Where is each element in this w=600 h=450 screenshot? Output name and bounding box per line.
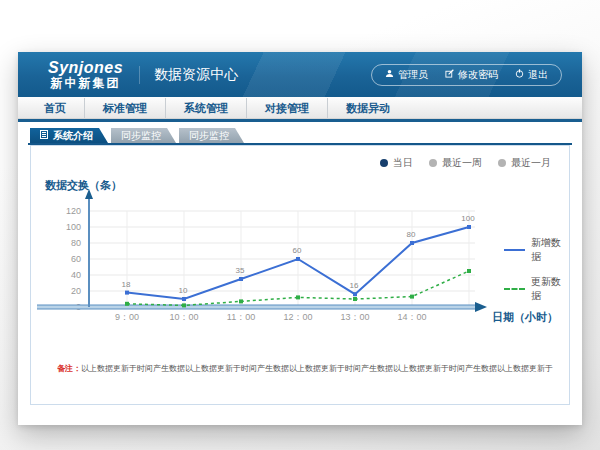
- svg-text:80: 80: [71, 238, 81, 248]
- legend-label: 新增数据: [531, 236, 569, 264]
- tab-sync-monitor-2[interactable]: 同步监控: [179, 128, 244, 143]
- radio-label: 最近一周: [442, 156, 482, 170]
- nav-item-interface-mgmt[interactable]: 对接管理: [247, 98, 328, 118]
- radio-today[interactable]: 当日: [380, 156, 413, 170]
- svg-text:10: 10: [179, 286, 188, 295]
- footnote-text: 以上数据更新于时间产生数据以上数据更新于时间产生数据以上数据更新于时间产生数据以…: [81, 364, 553, 373]
- radio-dot-icon: [498, 159, 506, 167]
- tab-label: 同步监控: [189, 129, 229, 143]
- svg-text:14：00: 14：00: [397, 312, 426, 322]
- svg-text:9：00: 9：00: [115, 312, 139, 322]
- x-axis-title: 日期（小时）: [492, 310, 558, 325]
- nav-item-home[interactable]: 首页: [26, 98, 85, 118]
- svg-text:13：00: 13：00: [340, 312, 369, 322]
- radio-dot-icon: [380, 159, 388, 167]
- app-header: Synjones 新中新集团 数据资源中心 管理员 修改密码 退出: [18, 52, 582, 97]
- change-password-label: 修改密码: [458, 68, 498, 82]
- page-title: 数据资源中心: [139, 66, 238, 84]
- svg-text:80: 80: [407, 230, 416, 239]
- user-icon: [385, 69, 394, 80]
- legend-swatch-dashed: [504, 288, 525, 290]
- tab-label: 同步监控: [121, 129, 161, 143]
- legend-item-new-data: 新增数据: [504, 236, 569, 264]
- svg-text:20: 20: [71, 286, 81, 296]
- date-range-radio-group: 当日 最近一周 最近一月: [380, 156, 551, 170]
- nav-item-system-mgmt[interactable]: 系统管理: [166, 98, 247, 118]
- app-window: Synjones 新中新集团 数据资源中心 管理员 修改密码 退出: [18, 52, 582, 425]
- tab-sync-monitor-1[interactable]: 同步监控: [111, 128, 176, 143]
- power-icon: [515, 69, 524, 80]
- radio-label: 当日: [393, 156, 413, 170]
- logo-text-en: Synjones: [48, 60, 123, 77]
- main-nav: 首页 标准管理 系统管理 对接管理 数据异动: [18, 97, 582, 119]
- legend-swatch-solid: [504, 249, 525, 251]
- logout-button[interactable]: 退出: [515, 68, 548, 82]
- footnote-prefix: 备注：: [57, 364, 81, 373]
- user-toolbar: 管理员 修改密码 退出: [371, 64, 562, 86]
- document-icon: [40, 130, 48, 141]
- radio-last-week[interactable]: 最近一周: [429, 156, 482, 170]
- content-area: 系统介绍 同步监控 同步监控 当日 最近一周: [18, 122, 582, 405]
- user-account-button[interactable]: 管理员: [385, 68, 428, 82]
- svg-text:100: 100: [461, 214, 475, 223]
- tab-bar: 系统介绍 同步监控 同步监控: [30, 128, 572, 143]
- tab-system-intro[interactable]: 系统介绍: [30, 128, 108, 143]
- edit-icon: [445, 69, 454, 80]
- company-logo: Synjones 新中新集团: [48, 60, 123, 89]
- chart-legend: 新增数据 更新数据: [504, 236, 569, 303]
- radio-label: 最近一月: [511, 156, 551, 170]
- logout-label: 退出: [528, 68, 548, 82]
- logo-text-cn: 新中新集团: [51, 77, 121, 90]
- svg-text:10：00: 10：00: [169, 312, 198, 322]
- svg-text:35: 35: [236, 266, 245, 275]
- svg-text:11：00: 11：00: [227, 312, 255, 322]
- nav-item-data-change[interactable]: 数据异动: [328, 98, 408, 118]
- user-name-label: 管理员: [398, 68, 428, 82]
- chart-panel: 当日 最近一周 最近一月 数据交换（条） 0204060801001209：00…: [30, 145, 570, 405]
- change-password-button[interactable]: 修改密码: [445, 68, 498, 82]
- tab-label: 系统介绍: [53, 129, 93, 143]
- svg-text:16: 16: [350, 281, 359, 290]
- svg-text:18: 18: [122, 280, 131, 289]
- svg-text:100: 100: [66, 222, 81, 232]
- radio-dot-icon: [429, 159, 437, 167]
- radio-last-month[interactable]: 最近一月: [498, 156, 551, 170]
- legend-item-updated-data: 更新数据: [504, 275, 569, 303]
- footnote: 备注：以上数据更新于时间产生数据以上数据更新于时间产生数据以上数据更新于时间产生…: [57, 363, 559, 374]
- svg-text:12：00: 12：00: [283, 312, 312, 322]
- svg-text:60: 60: [71, 254, 81, 264]
- svg-text:60: 60: [293, 246, 302, 255]
- svg-text:120: 120: [66, 206, 81, 216]
- legend-label: 更新数据: [531, 275, 569, 303]
- svg-text:40: 40: [71, 270, 81, 280]
- nav-item-standard-mgmt[interactable]: 标准管理: [85, 98, 166, 118]
